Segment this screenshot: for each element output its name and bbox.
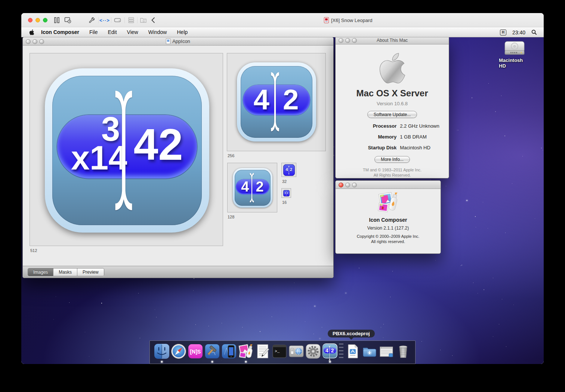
vm-screen: Icon Composer File Edit View Window Help… [21, 27, 544, 364]
menu-file[interactable]: File [89, 29, 98, 35]
minimize-button[interactable] [345, 183, 350, 187]
aboutmac-titlebar[interactable]: About This Mac [336, 36, 449, 44]
apple-logo [379, 51, 406, 85]
dock-icon-composer[interactable] [237, 343, 254, 363]
dock-separator [338, 343, 344, 361]
dock-xcodeproj-document[interactable] [344, 343, 361, 363]
toolbar-divider [111, 17, 111, 23]
tab-images[interactable]: Images [28, 268, 53, 276]
apple-menu-icon[interactable] [29, 29, 34, 35]
spec-processor: Processor 2.2 GHz Unknown [345, 123, 439, 129]
size-label-16: 16 [282, 200, 287, 205]
memory-stack-icon[interactable] [127, 16, 135, 24]
dock-textedit[interactable] [254, 343, 271, 363]
menu-edit[interactable]: Edit [108, 29, 117, 35]
zoom-button[interactable] [39, 39, 44, 44]
preview-128-box[interactable]: 42 [227, 163, 277, 212]
dock-globe-utility[interactable] [288, 343, 305, 363]
preview-16-box[interactable]: 42 [281, 188, 291, 198]
dock-tooltip: PBX6.xcodeproj [328, 330, 375, 337]
shared-folder-icon[interactable] [139, 16, 148, 24]
toolbar-divider [98, 17, 99, 23]
system-specs: Processor 2.2 GHz Unknown Memory 1 GB DR… [345, 123, 439, 150]
size-label-512: 512 [30, 248, 37, 253]
preview-32-box[interactable]: 42 [281, 163, 296, 177]
running-indicator [329, 361, 331, 363]
dock-app-42[interactable]: 42 [321, 343, 338, 363]
copyright-text: Copyright © 2000–2009 Apple Inc. All rig… [357, 234, 420, 245]
preview-512-box[interactable]: 3x1442 [30, 53, 223, 246]
spotlight-icon[interactable] [531, 29, 537, 35]
menu-clock[interactable]: 23:40 [512, 29, 525, 35]
input-menu-icon[interactable]: H [500, 29, 506, 35]
settings-wrench-icon[interactable] [88, 16, 96, 24]
running-indicator [245, 361, 247, 363]
toolbar-divider [124, 17, 125, 23]
zoom-button[interactable] [352, 38, 357, 43]
hd-label: Macintosh HD [499, 57, 530, 69]
icon-preview-512: 3x1442 [45, 68, 209, 233]
close-button[interactable] [339, 38, 343, 43]
vm-document-icon [324, 17, 329, 23]
app-version: Version 2.1.1 (127.2) [367, 225, 409, 231]
host-minimize-button[interactable] [35, 18, 40, 22]
spec-startup-disk: Startup Disk Macintosh HD [345, 145, 439, 150]
host-zoom-button[interactable] [43, 18, 47, 22]
product-name: Mac OS X Server [356, 88, 428, 99]
about-icon-composer-window: 512 128 Icon [335, 180, 441, 254]
dock-ios-simulator[interactable] [220, 343, 237, 363]
toolbar-divider [137, 17, 138, 23]
minimize-button[interactable] [33, 39, 37, 44]
snapshots-icon[interactable] [64, 16, 72, 24]
host-titlebar: <··> [X6] Snow Leopard [21, 13, 544, 27]
size-label-32: 32 [282, 179, 287, 184]
appicon-content: 3x1442 512 42 256 42 128 42 32 42 1 [23, 46, 333, 266]
pause-vm-icon[interactable] [53, 16, 61, 24]
dock-downloads-folder[interactable] [361, 343, 378, 363]
app-name: Icon Composer [369, 217, 407, 223]
tab-preview[interactable]: Preview [77, 268, 104, 276]
hard-drive-icon [504, 41, 525, 56]
appicon-titlebar[interactable]: AppIcon [23, 37, 333, 46]
code-brackets-icon[interactable]: <··> [101, 16, 109, 24]
icon-preview-128: 42 [233, 168, 272, 208]
vmware-window: <··> [X6] Snow Leopard Icon Composer Fil… [21, 13, 544, 364]
dock-minimized-window[interactable] [378, 343, 395, 363]
running-indicator [212, 361, 213, 363]
window-title: AppIcon [172, 38, 190, 44]
icon-preview-32: 42 [283, 164, 295, 176]
more-info-button[interactable]: More Info... [374, 156, 410, 163]
menu-view[interactable]: View [127, 29, 138, 35]
dock-finder[interactable] [153, 343, 170, 363]
document-proxy-icon[interactable] [166, 38, 170, 44]
preview-256-box[interactable]: 42 [227, 53, 326, 151]
dock-system-preferences[interactable] [305, 343, 321, 363]
software-update-button[interactable]: Software Update... [367, 111, 417, 118]
about-this-mac-window: About This Mac Mac OS X Server Version 1… [335, 36, 449, 178]
host-window-title: [X6] Snow Leopard [324, 13, 373, 27]
menu-app-name[interactable]: Icon Composer [41, 29, 79, 35]
menu-help[interactable]: Help [177, 29, 188, 35]
dock-xcode[interactable] [204, 343, 220, 363]
dock-trash[interactable] [395, 343, 411, 363]
host-close-button[interactable] [28, 18, 33, 22]
dock: [N]S>_42 [149, 340, 416, 364]
os-version: Version 10.6.8 [377, 101, 408, 106]
appicon-bottom-bar: Images Masks Preview [23, 266, 333, 278]
zoom-button[interactable] [352, 183, 357, 187]
close-button[interactable] [26, 39, 31, 44]
minimize-button[interactable] [345, 38, 350, 43]
size-label-128: 128 [228, 215, 234, 219]
tab-masks[interactable]: Masks [53, 268, 77, 276]
svg-text:>_: >_ [275, 349, 280, 354]
aboutic-titlebar[interactable] [336, 181, 441, 189]
menu-window[interactable]: Window [148, 29, 167, 35]
hard-disk-icon[interactable] [113, 16, 121, 24]
macintosh-hd-desktop-icon[interactable]: Macintosh HD [499, 41, 530, 69]
dock-safari[interactable] [170, 343, 187, 363]
dock-ns-app[interactable]: [N]S [187, 343, 204, 363]
window-title: About This Mac [377, 38, 408, 43]
close-button[interactable] [339, 183, 343, 187]
dock-terminal[interactable]: >_ [271, 343, 288, 363]
back-chevron-icon[interactable] [149, 16, 157, 24]
